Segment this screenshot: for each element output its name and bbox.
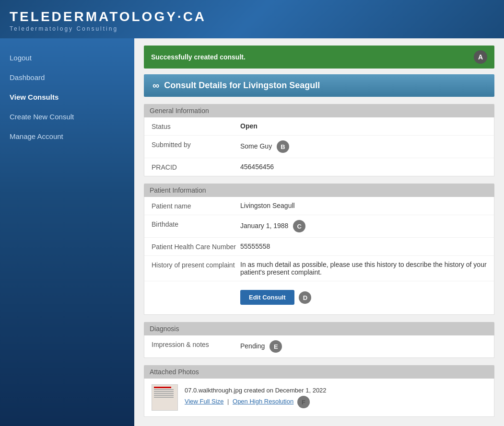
field-row-submitted-by: Submitted by Some Guy B [144,136,494,158]
field-label-edit-spacer [152,286,240,287]
badge-a: A [474,50,487,64]
badge-d: D [299,291,311,304]
field-value-submitted-by: Some Guy B [240,140,487,153]
field-value-history: In as much detail as possible, please us… [240,261,487,276]
photo-thumbnail [152,384,178,411]
field-value-status: Open [240,122,487,130]
badge-e: E [270,340,282,353]
sidebar-item-dashboard[interactable]: Dashboard [0,68,134,87]
photo-info: 07.0.walkthrough.jpg created on December… [185,387,327,408]
field-row-patient-name: Patient name Livingston Seagull [144,197,494,215]
sidebar: Logout Dashboard View Consults Create Ne… [0,38,134,426]
badge-b: B [277,140,289,153]
photos-section-body: 07.0.walkthrough.jpg created on December… [144,379,494,417]
sidebar-item-view-consults[interactable]: View Consults [0,87,134,107]
field-label-status: Status [152,122,240,130]
field-value-pracid: 456456456 [240,163,487,171]
sidebar-nav: Logout Dashboard View Consults Create Ne… [0,48,134,146]
infinity-icon: ∞ [152,80,159,91]
field-label-history: History of present complaint [152,261,240,269]
site-subtitle: Teledermatology Consulting [10,25,494,32]
thumb-line-red [154,387,171,388]
edit-consult-button[interactable]: Edit Consult [240,290,294,305]
main-content: Successfully created consult. A ∞ Consul… [134,38,504,426]
patient-info-section-header: Patient Information [144,184,494,197]
field-value-birthdate: January 1, 1988 C [240,220,487,232]
general-info-section-header: General Information [144,104,494,117]
success-banner: Successfully created consult. A [144,46,494,69]
field-value-edit-area: Edit Consult D [240,286,487,310]
thumb-line-5 [154,397,174,398]
patient-info-section-body: Patient name Livingston Seagull Birthdat… [144,197,494,315]
success-message: Successfully created consult. [151,53,246,61]
diagnosis-section-header: Diagnosis [144,322,494,335]
consult-header: ∞ Consult Details for Livingston Seagull [144,74,494,97]
photos-section-header: Attached Photos [144,365,494,379]
thumb-line-3 [154,393,174,394]
field-label-birthdate: Birthdate [152,220,240,228]
photo-links: View Full Size | Open High Resolution F [185,396,327,408]
page-header: TELEDERMATOLOGY·CA Teledermatology Consu… [0,0,504,38]
photo-row: 07.0.walkthrough.jpg created on December… [144,379,494,416]
field-row-pracid: PRACID 456456456 [144,158,494,176]
badge-c: C [293,220,305,232]
field-row-status: Status Open [144,117,494,136]
field-label-patient-name: Patient name [152,202,240,210]
field-row-history: History of present complaint In as much … [144,256,494,281]
thumb-line-1 [154,389,174,390]
field-label-health-care-number: Patient Health Care Number [152,242,240,251]
thumb-line-2 [154,391,174,392]
field-row-impression: Impression & notes Pending E [144,335,494,357]
site-title: TELEDERMATOLOGY·CA [10,9,494,24]
photo-link-separator: | [227,398,231,405]
photo-filename: 07.0.walkthrough.jpg created on December… [185,387,327,394]
open-high-resolution-link[interactable]: Open High Resolution [233,398,293,405]
badge-f: F [297,396,310,408]
consult-header-title: Consult Details for Livingston Seagull [164,81,320,91]
main-layout: Logout Dashboard View Consults Create Ne… [0,38,504,426]
field-row-edit-button: Edit Consult D [144,281,494,314]
field-label-submitted-by: Submitted by [152,140,240,149]
field-value-impression: Pending E [240,340,487,353]
field-row-health-care-number: Patient Health Care Number 55555558 [144,238,494,256]
field-label-impression: Impression & notes [152,340,240,348]
view-full-size-link[interactable]: View Full Size [185,398,223,405]
sidebar-item-create-consult[interactable]: Create New Consult [0,107,134,127]
field-label-pracid: PRACID [152,163,240,171]
field-value-health-care-number: 55555558 [240,242,487,250]
thumb-line-4 [154,395,174,396]
general-info-section-body: Status Open Submitted by Some Guy B PRAC… [144,117,494,176]
sidebar-item-logout[interactable]: Logout [0,48,134,68]
field-row-birthdate: Birthdate January 1, 1988 C [144,215,494,238]
field-value-patient-name: Livingston Seagull [240,202,487,209]
sidebar-item-manage-account[interactable]: Manage Account [0,127,134,146]
diagnosis-section-body: Impression & notes Pending E [144,335,494,358]
